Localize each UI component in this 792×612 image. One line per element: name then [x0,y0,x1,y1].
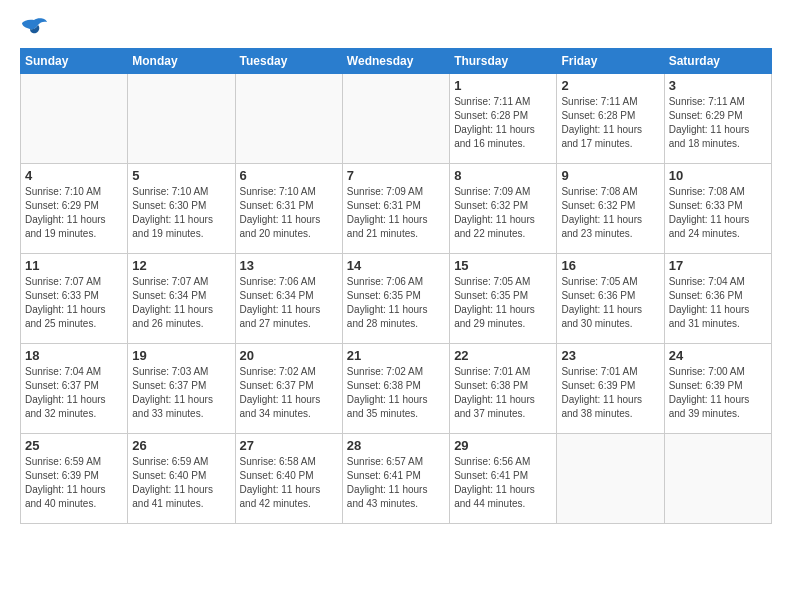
day-number: 9 [561,168,659,183]
calendar-cell: 9Sunrise: 7:08 AM Sunset: 6:32 PM Daylig… [557,164,664,254]
calendar-header-row: SundayMondayTuesdayWednesdayThursdayFrid… [21,49,772,74]
day-number: 6 [240,168,338,183]
weekday-header: Sunday [21,49,128,74]
calendar-cell: 2Sunrise: 7:11 AM Sunset: 6:28 PM Daylig… [557,74,664,164]
weekday-header: Tuesday [235,49,342,74]
logo [20,16,52,38]
day-info: Sunrise: 7:06 AM Sunset: 6:35 PM Dayligh… [347,275,445,331]
calendar-week-row: 1Sunrise: 7:11 AM Sunset: 6:28 PM Daylig… [21,74,772,164]
day-info: Sunrise: 7:07 AM Sunset: 6:34 PM Dayligh… [132,275,230,331]
day-number: 25 [25,438,123,453]
day-number: 19 [132,348,230,363]
day-number: 21 [347,348,445,363]
day-info: Sunrise: 7:11 AM Sunset: 6:29 PM Dayligh… [669,95,767,151]
day-number: 15 [454,258,552,273]
day-info: Sunrise: 7:09 AM Sunset: 6:32 PM Dayligh… [454,185,552,241]
day-number: 7 [347,168,445,183]
calendar-week-row: 11Sunrise: 7:07 AM Sunset: 6:33 PM Dayli… [21,254,772,344]
calendar-cell [342,74,449,164]
calendar-cell [557,434,664,524]
weekday-header: Saturday [664,49,771,74]
day-info: Sunrise: 7:01 AM Sunset: 6:39 PM Dayligh… [561,365,659,421]
day-info: Sunrise: 6:58 AM Sunset: 6:40 PM Dayligh… [240,455,338,511]
calendar-cell: 28Sunrise: 6:57 AM Sunset: 6:41 PM Dayli… [342,434,449,524]
day-info: Sunrise: 7:08 AM Sunset: 6:32 PM Dayligh… [561,185,659,241]
day-number: 17 [669,258,767,273]
day-number: 23 [561,348,659,363]
day-number: 1 [454,78,552,93]
calendar-cell: 15Sunrise: 7:05 AM Sunset: 6:35 PM Dayli… [450,254,557,344]
day-info: Sunrise: 7:08 AM Sunset: 6:33 PM Dayligh… [669,185,767,241]
day-info: Sunrise: 6:57 AM Sunset: 6:41 PM Dayligh… [347,455,445,511]
day-info: Sunrise: 7:10 AM Sunset: 6:29 PM Dayligh… [25,185,123,241]
day-info: Sunrise: 7:09 AM Sunset: 6:31 PM Dayligh… [347,185,445,241]
calendar-cell: 8Sunrise: 7:09 AM Sunset: 6:32 PM Daylig… [450,164,557,254]
day-number: 26 [132,438,230,453]
calendar-cell [128,74,235,164]
calendar-body: 1Sunrise: 7:11 AM Sunset: 6:28 PM Daylig… [21,74,772,524]
day-info: Sunrise: 7:04 AM Sunset: 6:36 PM Dayligh… [669,275,767,331]
day-info: Sunrise: 7:10 AM Sunset: 6:30 PM Dayligh… [132,185,230,241]
day-info: Sunrise: 7:05 AM Sunset: 6:36 PM Dayligh… [561,275,659,331]
day-info: Sunrise: 7:03 AM Sunset: 6:37 PM Dayligh… [132,365,230,421]
calendar-week-row: 18Sunrise: 7:04 AM Sunset: 6:37 PM Dayli… [21,344,772,434]
day-number: 24 [669,348,767,363]
day-number: 20 [240,348,338,363]
calendar-cell: 7Sunrise: 7:09 AM Sunset: 6:31 PM Daylig… [342,164,449,254]
weekday-header: Thursday [450,49,557,74]
logo-bird-icon [20,16,48,38]
day-info: Sunrise: 6:59 AM Sunset: 6:40 PM Dayligh… [132,455,230,511]
day-number: 2 [561,78,659,93]
calendar-week-row: 25Sunrise: 6:59 AM Sunset: 6:39 PM Dayli… [21,434,772,524]
calendar-cell: 12Sunrise: 7:07 AM Sunset: 6:34 PM Dayli… [128,254,235,344]
day-number: 11 [25,258,123,273]
day-number: 4 [25,168,123,183]
calendar-cell: 5Sunrise: 7:10 AM Sunset: 6:30 PM Daylig… [128,164,235,254]
calendar-cell: 24Sunrise: 7:00 AM Sunset: 6:39 PM Dayli… [664,344,771,434]
day-info: Sunrise: 7:01 AM Sunset: 6:38 PM Dayligh… [454,365,552,421]
calendar-cell: 11Sunrise: 7:07 AM Sunset: 6:33 PM Dayli… [21,254,128,344]
calendar-cell: 26Sunrise: 6:59 AM Sunset: 6:40 PM Dayli… [128,434,235,524]
calendar-cell [21,74,128,164]
calendar-cell: 27Sunrise: 6:58 AM Sunset: 6:40 PM Dayli… [235,434,342,524]
calendar-table: SundayMondayTuesdayWednesdayThursdayFrid… [20,48,772,524]
calendar-cell: 16Sunrise: 7:05 AM Sunset: 6:36 PM Dayli… [557,254,664,344]
day-info: Sunrise: 7:02 AM Sunset: 6:38 PM Dayligh… [347,365,445,421]
weekday-header: Monday [128,49,235,74]
day-number: 3 [669,78,767,93]
day-info: Sunrise: 7:02 AM Sunset: 6:37 PM Dayligh… [240,365,338,421]
calendar-cell: 14Sunrise: 7:06 AM Sunset: 6:35 PM Dayli… [342,254,449,344]
day-info: Sunrise: 7:07 AM Sunset: 6:33 PM Dayligh… [25,275,123,331]
day-number: 12 [132,258,230,273]
day-number: 28 [347,438,445,453]
calendar-cell: 22Sunrise: 7:01 AM Sunset: 6:38 PM Dayli… [450,344,557,434]
day-info: Sunrise: 7:11 AM Sunset: 6:28 PM Dayligh… [561,95,659,151]
calendar-cell [664,434,771,524]
calendar-cell: 13Sunrise: 7:06 AM Sunset: 6:34 PM Dayli… [235,254,342,344]
day-number: 18 [25,348,123,363]
calendar-cell [235,74,342,164]
day-number: 22 [454,348,552,363]
day-info: Sunrise: 7:10 AM Sunset: 6:31 PM Dayligh… [240,185,338,241]
day-info: Sunrise: 6:56 AM Sunset: 6:41 PM Dayligh… [454,455,552,511]
day-info: Sunrise: 7:04 AM Sunset: 6:37 PM Dayligh… [25,365,123,421]
calendar-cell: 18Sunrise: 7:04 AM Sunset: 6:37 PM Dayli… [21,344,128,434]
calendar-cell: 23Sunrise: 7:01 AM Sunset: 6:39 PM Dayli… [557,344,664,434]
weekday-header: Friday [557,49,664,74]
calendar-week-row: 4Sunrise: 7:10 AM Sunset: 6:29 PM Daylig… [21,164,772,254]
day-number: 8 [454,168,552,183]
day-info: Sunrise: 7:00 AM Sunset: 6:39 PM Dayligh… [669,365,767,421]
calendar-cell: 3Sunrise: 7:11 AM Sunset: 6:29 PM Daylig… [664,74,771,164]
day-info: Sunrise: 7:06 AM Sunset: 6:34 PM Dayligh… [240,275,338,331]
day-info: Sunrise: 6:59 AM Sunset: 6:39 PM Dayligh… [25,455,123,511]
day-number: 27 [240,438,338,453]
day-number: 13 [240,258,338,273]
day-info: Sunrise: 7:05 AM Sunset: 6:35 PM Dayligh… [454,275,552,331]
day-number: 14 [347,258,445,273]
calendar-cell: 17Sunrise: 7:04 AM Sunset: 6:36 PM Dayli… [664,254,771,344]
page-header [20,16,772,38]
calendar-cell: 1Sunrise: 7:11 AM Sunset: 6:28 PM Daylig… [450,74,557,164]
day-number: 16 [561,258,659,273]
calendar-cell: 4Sunrise: 7:10 AM Sunset: 6:29 PM Daylig… [21,164,128,254]
calendar-cell: 10Sunrise: 7:08 AM Sunset: 6:33 PM Dayli… [664,164,771,254]
